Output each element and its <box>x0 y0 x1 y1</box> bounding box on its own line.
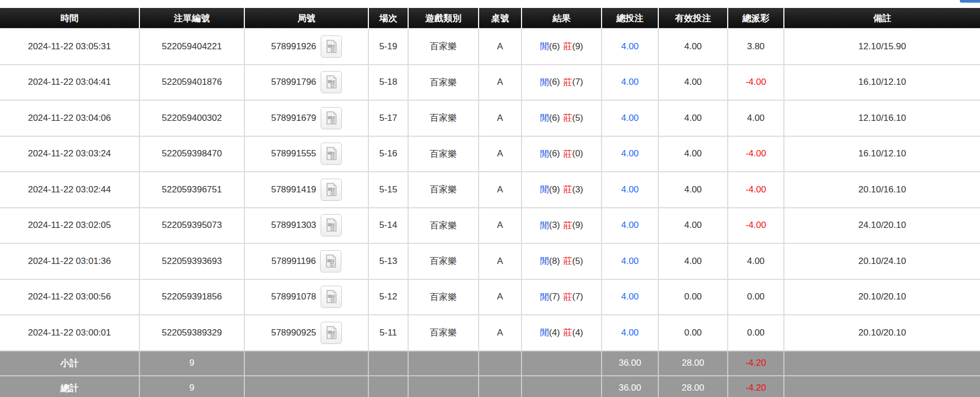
cell-bet-id: 522059396751 <box>140 172 244 207</box>
cell-bet-id: 522059404221 <box>140 29 244 64</box>
cell-round-id: 578991796 <box>245 65 368 100</box>
cell-session: 5-17 <box>369 101 408 136</box>
result-banker-label: 莊 <box>563 219 572 232</box>
subtotal-count: 9 <box>140 351 244 375</box>
result-player-label: 閒 <box>540 183 549 196</box>
cell-table-no: A <box>479 208 521 243</box>
total-empty-session <box>369 376 408 397</box>
cell-total-bet[interactable]: 4.00 <box>602 29 658 64</box>
cell-payout: -4.00 <box>728 65 783 100</box>
cell-table-no: A <box>479 101 521 136</box>
cell-game-type: 百家樂 <box>409 172 478 207</box>
total-label: 總計 <box>0 376 139 397</box>
result-banker-score: (9) <box>572 41 584 52</box>
cell-game-type: 百家樂 <box>409 65 478 100</box>
replay-video-button[interactable] <box>321 107 342 129</box>
cell-total-bet[interactable]: 4.00 <box>602 101 658 136</box>
cell-session: 5-15 <box>369 172 408 207</box>
replay-video-button[interactable] <box>321 322 342 344</box>
cell-table-no: A <box>479 172 521 207</box>
col-header-result: 結果 <box>522 8 601 28</box>
result-player-score: (9) <box>549 184 560 195</box>
total-empty-result <box>522 376 601 397</box>
cell-remark: 20.10/16.10 <box>784 172 980 207</box>
result-banker-score: (9) <box>572 220 584 231</box>
video-file-icon <box>325 75 338 89</box>
result-banker-label: 莊 <box>563 112 572 124</box>
cell-game-type: 百家樂 <box>409 208 478 243</box>
cell-game-type: 百家樂 <box>409 315 478 350</box>
cell-round-id: 578991555 <box>245 137 368 172</box>
cell-session: 5-12 <box>369 280 408 315</box>
result-banker-label: 莊 <box>563 76 572 89</box>
replay-video-button[interactable] <box>321 143 342 165</box>
cell-round-id: 578991196 <box>245 244 368 279</box>
cell-game-type: 百家樂 <box>409 29 478 64</box>
cell-total-bet[interactable]: 4.00 <box>602 315 658 350</box>
subtotal-empty-result <box>522 351 601 375</box>
cell-bet-id: 522059398470 <box>140 137 244 172</box>
cell-time: 2024-11-22 03:03:24 <box>0 137 139 172</box>
cell-result: 閒(3)莊(9) <box>522 208 601 243</box>
cell-remark: 16.10/12.10 <box>784 137 980 172</box>
result-player-score: (4) <box>549 328 560 338</box>
cell-valid-bet: 4.00 <box>659 29 727 64</box>
cell-payout: -4.00 <box>728 172 783 207</box>
cell-table-no: A <box>479 315 521 350</box>
cell-time: 2024-11-22 03:04:06 <box>0 101 139 136</box>
cell-bet-id: 522059395073 <box>140 208 244 243</box>
cell-total-bet[interactable]: 4.00 <box>602 65 658 100</box>
col-header-game-type: 遊戲類別 <box>409 8 478 28</box>
cell-payout: 4.00 <box>728 101 783 136</box>
cell-game-type: 百家樂 <box>409 244 478 279</box>
col-header-table-no: 桌號 <box>479 8 521 28</box>
video-file-icon <box>325 147 338 161</box>
cell-payout: 0.00 <box>728 280 783 315</box>
cell-total-bet[interactable]: 4.00 <box>602 137 658 172</box>
result-player-label: 閒 <box>540 148 549 160</box>
replay-video-button[interactable] <box>321 286 342 308</box>
cell-total-bet[interactable]: 4.00 <box>602 208 658 243</box>
round-id-value: 578990925 <box>271 328 316 338</box>
cell-total-bet[interactable]: 4.00 <box>602 172 658 207</box>
total-payout: -4.20 <box>728 376 783 397</box>
cell-payout: -4.00 <box>728 137 783 172</box>
cell-session: 5-19 <box>369 29 408 64</box>
result-banker-score: (5) <box>572 256 584 267</box>
cell-total-bet[interactable]: 4.00 <box>602 244 658 279</box>
replay-video-button[interactable] <box>321 36 342 58</box>
result-banker-score: (7) <box>572 77 584 87</box>
result-player-score: (3) <box>549 220 560 231</box>
replay-video-button[interactable] <box>321 214 342 236</box>
cell-game-type: 百家樂 <box>409 280 478 315</box>
subtotal-empty-round <box>245 351 368 375</box>
result-banker-label: 莊 <box>563 327 572 339</box>
round-id-value: 578991196 <box>271 256 316 267</box>
subtotal-empty-table-no <box>479 351 521 375</box>
cell-bet-id: 522059400302 <box>140 101 244 136</box>
cell-result: 閒(9)莊(3) <box>522 172 601 207</box>
replay-video-button[interactable] <box>321 179 342 201</box>
cell-bet-id: 522059389329 <box>140 315 244 350</box>
replay-video-button[interactable] <box>320 250 341 272</box>
cell-payout: 4.00 <box>728 244 783 279</box>
col-header-round-id: 局號 <box>245 8 368 28</box>
result-player-label: 閒 <box>540 112 549 124</box>
cell-session: 5-14 <box>369 208 408 243</box>
cell-result: 閒(8)莊(5) <box>522 244 601 279</box>
round-id-value: 578991796 <box>271 77 316 87</box>
result-player-score: (8) <box>549 256 560 267</box>
result-player-score: (6) <box>549 113 560 123</box>
total-empty-round <box>245 376 368 397</box>
subtotal-total-bet: 36.00 <box>602 351 658 375</box>
replay-video-button[interactable] <box>321 71 342 93</box>
cell-remark: 20.10/20.10 <box>784 315 980 350</box>
cell-time: 2024-11-22 03:02:05 <box>0 208 139 243</box>
cell-total-bet[interactable]: 4.00 <box>602 280 658 315</box>
col-header-session: 場次 <box>369 8 408 28</box>
cell-table-no: A <box>479 244 521 279</box>
result-player-score: (6) <box>549 148 560 159</box>
top-button-fragment[interactable] <box>960 0 980 3</box>
result-player-label: 閒 <box>540 76 549 89</box>
cell-valid-bet: 4.00 <box>659 208 727 243</box>
